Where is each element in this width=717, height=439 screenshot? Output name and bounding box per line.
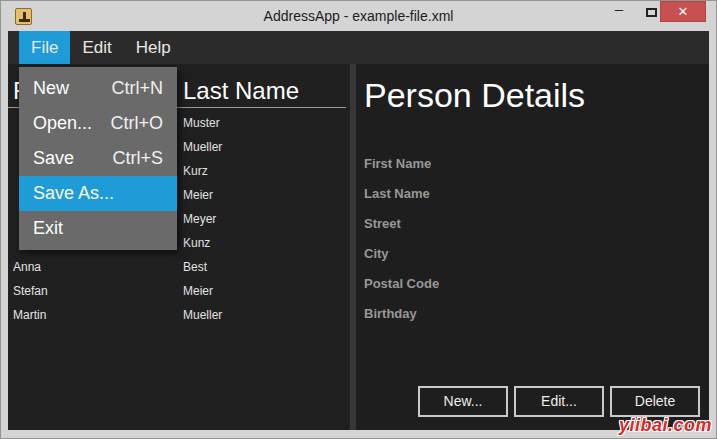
delete-button[interactable]: Delete <box>610 386 700 417</box>
menu-item-label: Save As... <box>33 176 114 211</box>
table-row[interactable]: Stefan Meier <box>8 279 350 303</box>
action-button-row: New... Edit... Delete <box>418 386 700 417</box>
cell-last-name: Mueller <box>183 303 222 327</box>
cell-last-name: Mueller <box>183 135 222 159</box>
cell-last-name: Kunz <box>183 231 210 255</box>
menu-item-label: Exit <box>33 211 63 246</box>
close-button[interactable]: ✕ <box>660 1 706 22</box>
app-window: AddressApp - example-file.xml – ✕ File E… <box>0 0 717 439</box>
person-details-labels: First Name Last Name Street City Postal … <box>364 149 439 329</box>
label-postal-code: Postal Code <box>364 269 439 299</box>
table-row[interactable]: Anna Best <box>8 255 350 279</box>
menu-help[interactable]: Help <box>124 31 183 64</box>
column-header-last-name[interactable]: Last Name <box>183 77 299 105</box>
label-first-name: First Name <box>364 149 439 179</box>
menu-item-save-as[interactable]: Save As... <box>19 176 177 211</box>
minimize-button[interactable]: – <box>604 1 634 22</box>
table-row[interactable]: Martin Mueller <box>8 303 350 327</box>
menu-item-accelerator: Ctrl+O <box>110 106 163 141</box>
label-city: City <box>364 239 439 269</box>
new-button[interactable]: New... <box>418 386 508 417</box>
menu-bar: File Edit Help <box>8 31 709 64</box>
menu-item-exit[interactable]: Exit <box>19 211 177 246</box>
menu-item-accelerator: Ctrl+S <box>112 141 163 176</box>
cell-last-name: Kurz <box>183 159 208 183</box>
label-street: Street <box>364 209 439 239</box>
menu-item-save[interactable]: Save Ctrl+S <box>19 141 177 176</box>
cell-last-name: Muster <box>183 111 220 135</box>
menu-item-open[interactable]: Open... Ctrl+O <box>19 106 177 141</box>
maximize-icon <box>646 8 657 17</box>
edit-button[interactable]: Edit... <box>514 386 604 417</box>
menu-file[interactable]: File <box>19 31 70 64</box>
cell-first-name: Anna <box>13 255 41 279</box>
title-bar: AddressApp - example-file.xml – ✕ <box>1 1 716 31</box>
label-last-name: Last Name <box>364 179 439 209</box>
cell-last-name: Meier <box>183 183 213 207</box>
person-details-title: Person Details <box>364 76 585 115</box>
cell-last-name: Meyer <box>183 207 216 231</box>
cell-last-name: Meier <box>183 279 213 303</box>
menu-item-label: New <box>33 71 69 106</box>
menu-item-new[interactable]: New Ctrl+N <box>19 71 177 106</box>
watermark: yiibai.com <box>619 415 712 436</box>
menu-item-accelerator: Ctrl+N <box>111 71 163 106</box>
cell-first-name: Stefan <box>13 279 48 303</box>
file-dropdown-menu: New Ctrl+N Open... Ctrl+O Save Ctrl+S Sa… <box>19 67 177 250</box>
cell-last-name: Best <box>183 255 207 279</box>
cell-first-name: Martin <box>13 303 46 327</box>
label-birthday: Birthday <box>364 299 439 329</box>
menu-item-label: Open... <box>33 106 92 141</box>
menu-edit[interactable]: Edit <box>70 31 123 64</box>
person-details-pane: Person Details First Name Last Name Stre… <box>356 64 709 430</box>
menu-item-label: Save <box>33 141 74 176</box>
